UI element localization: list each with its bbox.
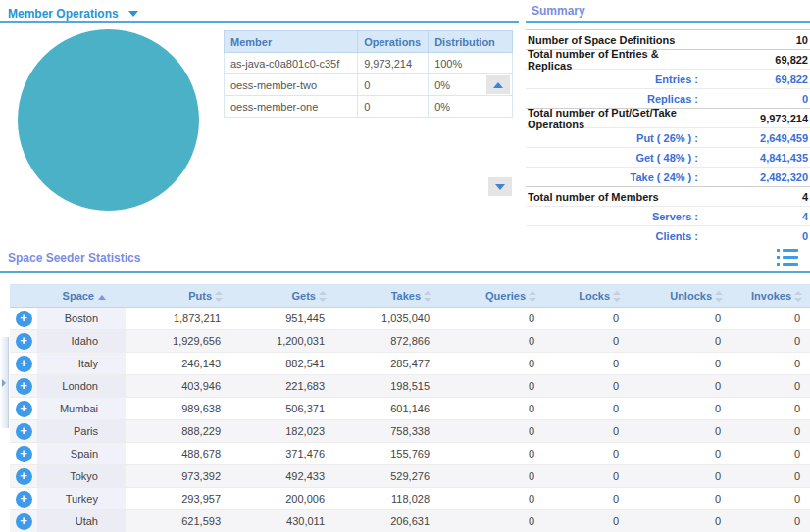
summary-title: Summary — [532, 4, 585, 18]
scroll-up-button[interactable] — [486, 75, 510, 94]
expand-row-button[interactable]: + — [16, 378, 32, 395]
stat-value-cell: 0 — [731, 330, 810, 353]
expand-row-button[interactable]: + — [16, 468, 32, 485]
expand-row-button[interactable]: + — [16, 491, 32, 508]
summary-row: Get ( 48% ) :4,841,435 — [526, 147, 810, 167]
stat-value-cell: 0 — [731, 420, 810, 443]
stats-row-boston[interactable]: +Boston1,873,211951,4451,035,0400000 — [10, 308, 810, 330]
scroll-down-button[interactable] — [488, 177, 512, 196]
summary-row: Total number of Put/Get/Take Operations9… — [526, 108, 810, 127]
panel-splitter[interactable] — [0, 337, 9, 428]
stats-col-label: Invokes — [751, 290, 791, 302]
stats-row-mumbai[interactable]: +Mumbai989,638506,371601,1460000 — [10, 398, 810, 420]
stat-value-cell: 0 — [544, 308, 629, 330]
list-view-icon[interactable] — [777, 249, 798, 266]
member-operations-pie-chart[interactable] — [18, 29, 199, 211]
expand-row-button[interactable]: + — [16, 333, 32, 350]
expand-row-button[interactable]: + — [16, 311, 32, 327]
member-cell: 9,973,214 — [358, 53, 429, 74]
stat-value-cell: 989,638 — [126, 398, 230, 420]
stat-value-cell: 872,866 — [334, 330, 439, 353]
summary-row: Total number of Members4 — [526, 186, 810, 206]
summary-row: Servers :4 — [526, 206, 810, 225]
section-divider — [0, 21, 519, 23]
expand-row-button[interactable]: + — [16, 446, 32, 462]
member-col-header-distribution[interactable]: Distribution — [429, 31, 513, 53]
stats-col-label: Gets — [292, 290, 316, 302]
stats-table-header-row: SpacePutsGetsTakesQueriesLocksUnlocksInv… — [10, 285, 810, 308]
stat-value-cell: 0 — [439, 488, 544, 510]
summary-value: 0 — [698, 93, 808, 105]
chevron-down-icon — [495, 184, 505, 190]
summary-value: 69,822 — [698, 73, 808, 85]
stat-value-cell: 0 — [544, 398, 629, 420]
stat-value-cell: 758,338 — [334, 420, 439, 443]
stat-value-cell: 1,929,656 — [126, 330, 230, 353]
expand-row-button[interactable]: + — [16, 423, 32, 440]
summary-row: Number of Space Definitions10 — [526, 29, 810, 49]
stats-row-spain[interactable]: +Spain488,678371,476155,7690000 — [10, 443, 810, 465]
stat-value-cell: 601,146 — [334, 398, 439, 420]
summary-label: Servers : — [528, 211, 698, 222]
summary-row: Put ( 26% ) :2,649,459 — [526, 127, 810, 147]
summary-label: Total number of Entries & Replicas — [528, 48, 698, 72]
stats-col-header-queries[interactable]: Queries — [439, 285, 544, 308]
stat-value-cell: 488,678 — [126, 443, 230, 465]
member-operations-dropdown[interactable]: Member Operations — [8, 4, 138, 22]
list-icon-row — [777, 249, 798, 252]
stats-col-header-space[interactable]: Space — [37, 285, 126, 308]
stats-row-tokyo[interactable]: +Tokyo973,392492,433529,2760000 — [10, 465, 810, 488]
space-name-cell: Mumbai — [37, 398, 126, 420]
summary-rows: Number of Space Definitions10Total numbe… — [526, 29, 810, 245]
summary-value: 0 — [698, 230, 808, 242]
sort-icon — [529, 291, 536, 302]
stats-col-header-locks[interactable]: Locks — [544, 285, 629, 308]
expand-row-button[interactable]: + — [16, 356, 32, 372]
stats-col-header-invokes[interactable]: Invokes — [731, 285, 810, 308]
stats-col-header-takes[interactable]: Takes — [334, 285, 439, 308]
member-cell: oess-member-one — [225, 96, 358, 118]
stat-value-cell: 0 — [439, 308, 544, 330]
stat-value-cell: 198,515 — [334, 375, 439, 398]
summary-value: 10 — [698, 34, 808, 46]
member-cell: 100% — [429, 53, 513, 74]
stat-value-cell: 882,541 — [230, 353, 334, 375]
summary-row: Take ( 24% ) :2,482,320 — [526, 167, 810, 186]
expander-cell: + — [10, 308, 37, 330]
stat-value-cell: 0 — [731, 353, 810, 375]
member-row[interactable]: as-java-c0a801c0-c35f9,973,214100% — [225, 53, 513, 74]
stat-value-cell: 0 — [629, 443, 731, 465]
stat-value-cell: 1,035,040 — [334, 308, 439, 330]
member-col-header-member[interactable]: Member — [225, 31, 358, 53]
summary-label: Total number of Members — [528, 191, 698, 203]
stat-value-cell: 0 — [629, 465, 731, 488]
stats-row-italy[interactable]: +Italy246,143882,541285,4770000 — [10, 353, 810, 375]
stats-row-london[interactable]: +London403,946221,683198,5150000 — [10, 375, 810, 398]
stat-value-cell: 0 — [629, 330, 731, 353]
sort-icon — [794, 291, 802, 302]
summary-label: Take ( 24% ) : — [528, 171, 698, 183]
stats-row-utah[interactable]: +Utah621,593430,011206,6310000 — [10, 510, 810, 532]
stats-row-idaho[interactable]: +Idaho1,929,6561,200,031872,8660000 — [10, 330, 810, 353]
stats-col-header-puts[interactable]: Puts — [126, 285, 230, 308]
stats-col-header-unlocks[interactable]: Unlocks — [629, 285, 731, 308]
member-col-header-operations[interactable]: Operations — [358, 31, 429, 53]
stat-value-cell: 200,006 — [230, 488, 334, 510]
member-row[interactable]: oess-member-one00% — [225, 96, 513, 118]
expand-row-button[interactable]: + — [16, 401, 32, 417]
stat-value-cell: 0 — [439, 375, 544, 398]
space-name-cell: Idaho — [37, 330, 126, 353]
stat-value-cell: 0 — [439, 465, 544, 488]
summary-value: 4,841,435 — [698, 152, 808, 164]
member-row[interactable]: oess-member-two00% — [225, 74, 513, 96]
stat-value-cell: 1,873,211 — [126, 308, 230, 330]
stat-value-cell: 0 — [731, 510, 810, 532]
stats-row-paris[interactable]: +Paris888,229182,023758,3380000 — [10, 420, 810, 443]
stat-value-cell: 888,229 — [126, 420, 230, 443]
stat-value-cell: 293,957 — [126, 488, 230, 510]
stat-value-cell: 0 — [731, 375, 810, 398]
stats-col-header-gets[interactable]: Gets — [230, 285, 334, 308]
stats-row-turkey[interactable]: +Turkey293,957200,006118,0280000 — [10, 488, 810, 510]
member-cell: 0% — [429, 96, 513, 118]
expand-row-button[interactable]: + — [16, 513, 32, 530]
